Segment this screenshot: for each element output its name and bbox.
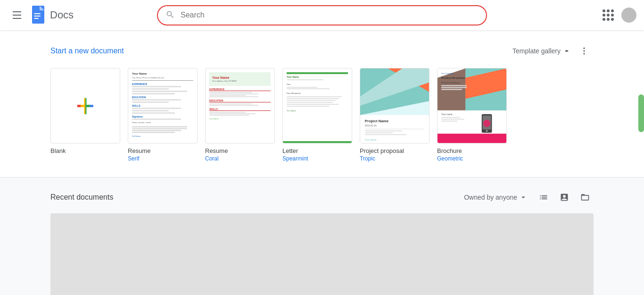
svg-text:Your Company: Your Company [441,72,454,75]
template-cards-container: + Blank . Your Name City, State | Phone … [50,68,594,162]
template-sub-project-proposal: Tropic [360,155,429,162]
svg-text:Project Name: Project Name [365,119,389,123]
svg-rect-2 [34,16,41,17]
start-new-doc-link[interactable]: Start a new document [50,47,124,55]
template-thumb-blank: + [50,68,120,143]
svg-point-33 [483,120,491,127]
svg-text:Your Name: Your Name [365,139,377,141]
section-header: Start a new document Template gallery [50,42,594,60]
svg-point-5 [583,50,585,51]
search-input[interactable] [181,11,479,19]
svg-rect-38 [441,121,458,122]
logo-area: Docs [32,6,74,25]
search-container [102,5,542,25]
template-name-project-proposal: Project proposal [360,147,429,154]
svg-rect-34 [438,134,506,143]
search-icon [165,10,175,21]
template-card-brochure[interactable]: Your Company Product Brochure Product Ov… [437,68,507,162]
svg-rect-27 [441,85,467,86]
template-gallery-label: Template gallery [512,47,561,55]
project-proposal-svg: Project Name 2016-01-01 Your Name [360,68,429,143]
folder-button[interactable] [577,189,594,206]
section-title: Start a new document [50,47,124,55]
template-card-resume-coral[interactable]: Your Name Your address, City, ST 00000 E… [205,68,275,162]
recent-documents-area [50,213,594,295]
expand-collapse-icon [562,47,571,55]
recent-header: Recent documents Owned by anyone [50,189,594,206]
svg-rect-36 [441,117,460,118]
template-sub-letter: Spearmint [282,155,352,162]
template-name-resume-serif: Resume [128,147,198,154]
svg-point-6 [583,53,585,54]
template-sub-brochure: Geometric [437,155,507,162]
user-avatar[interactable] [621,8,636,23]
template-card-blank[interactable]: + Blank . [50,68,120,162]
template-thumb-brochure: Your Company Product Brochure Product Ov… [437,68,507,143]
template-card-project-proposal[interactable]: Project Name 2016-01-01 Your Name Projec… [360,68,429,162]
header-right [542,6,636,25]
svg-text:Your name: Your name [441,113,453,116]
template-name-letter: Letter [282,147,352,154]
svg-rect-16 [365,132,393,133]
list-view-button[interactable] [535,189,552,206]
template-name-brochure: Brochure [437,147,507,154]
svg-rect-3 [34,18,39,19]
template-sub-resume-serif: Serif [128,155,198,162]
app-name: Docs [50,9,74,21]
template-gallery-button[interactable]: Template gallery [512,47,571,55]
svg-rect-0 [32,6,44,24]
brochure-svg: Your Company Product Brochure Product Ov… [438,68,506,143]
svg-rect-37 [441,119,464,120]
svg-rect-17 [365,134,407,135]
more-options-button[interactable] [575,42,594,60]
svg-rect-1 [34,13,41,14]
owned-by-label: Owned by anyone [464,194,517,201]
menu-icon[interactable] [8,6,26,25]
dropdown-arrow-icon [519,193,528,202]
template-thumb-resume-coral: Your Name Your address, City, ST 00000 E… [205,68,275,143]
scrollbar-indicator[interactable] [638,94,644,132]
docs-logo-icon [32,6,46,25]
view-toggle [535,189,594,206]
search-box[interactable] [157,5,487,25]
svg-point-4 [583,48,585,49]
template-thumb-project-proposal: Project Name 2016-01-01 Your Name [360,68,429,143]
svg-text:Product Overview: Product Overview [441,82,460,84]
owned-by-button[interactable]: Owned by anyone [464,193,528,202]
templates-section: Start a new document Template gallery [0,30,644,177]
svg-rect-29 [441,89,462,90]
svg-text:Product Brochure: Product Brochure [441,76,465,79]
header-left: Docs [8,6,102,25]
svg-rect-15 [365,130,402,131]
template-card-resume-serif[interactable]: Your Name City, State | Phone | email@em… [128,68,198,162]
template-thumb-letter: Your Name Date Dear [Recipient], [282,68,352,143]
svg-text:2016-01-01: 2016-01-01 [365,125,377,127]
template-thumb-resume-serif: Your Name City, State | Phone | email@em… [128,68,198,143]
plus-icon: + [76,87,95,125]
template-name-blank: Blank [50,147,120,154]
sort-button[interactable] [556,189,573,206]
recent-title: Recent documents [50,193,113,202]
template-card-letter[interactable]: Your Name Date Dear [Recipient], [282,68,352,162]
svg-rect-28 [441,87,467,88]
template-name-resume-coral: Resume [205,147,275,154]
svg-point-32 [486,130,488,132]
recent-controls: Owned by anyone [464,189,594,206]
app-header: Docs [0,0,644,30]
template-sub-resume-coral: Coral [205,155,275,162]
recent-section: Recent documents Owned by anyone [39,189,605,295]
apps-grid-icon[interactable] [599,6,618,25]
